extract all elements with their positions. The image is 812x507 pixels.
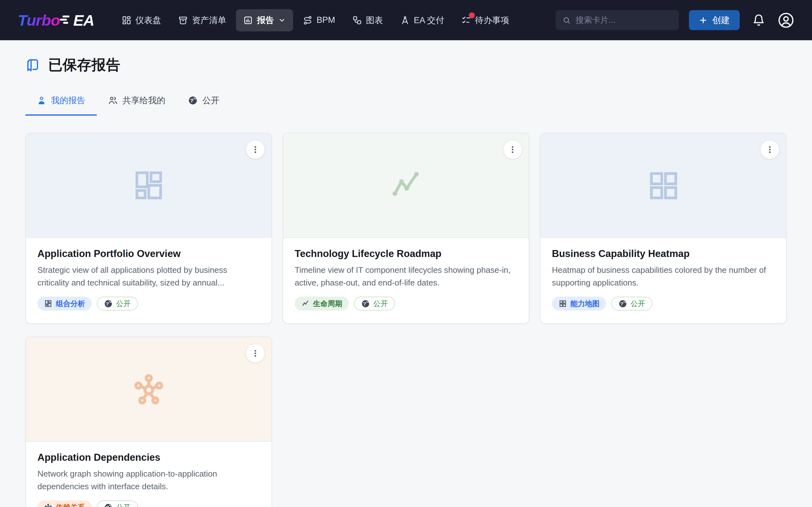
visibility-badge: 公开 — [97, 297, 138, 311]
kebab-menu-icon — [765, 145, 774, 154]
trend-line-icon — [301, 299, 310, 308]
nav-item-dashboard[interactable]: 仪表盘 — [114, 9, 168, 32]
nav-label: EA 交付 — [414, 14, 444, 26]
plus-icon — [699, 16, 708, 25]
globe-icon — [361, 299, 370, 308]
dashboard-icon — [122, 15, 131, 25]
card-thumbnail — [26, 133, 271, 238]
network-hub-icon — [131, 372, 166, 407]
visibility-badge-label: 公开 — [116, 299, 131, 308]
card-body: Business Capability Heatmap Heatmap of b… — [541, 238, 786, 323]
visibility-badge-label: 公开 — [116, 503, 131, 507]
report-card-technology-lifecycle-roadmap[interactable]: Technology Lifecycle Roadmap Timeline vi… — [283, 133, 529, 324]
nav-item-charts[interactable]: 图表 — [345, 9, 391, 32]
layout-grid-icon — [131, 168, 166, 203]
user-icon — [37, 96, 46, 105]
top-navbar: Turbo EA 仪表盘 资产清单 报告 BPM — [0, 0, 812, 40]
card-menu-button[interactable] — [246, 140, 264, 159]
kebab-menu-icon — [508, 145, 517, 154]
users-icon — [108, 96, 118, 105]
nav-label: 待办事项 — [475, 14, 509, 26]
type-badge: 能力地图 — [552, 297, 606, 311]
nav-label: BPM — [316, 15, 335, 25]
report-card-application-dependencies[interactable]: Application Dependencies Network graph s… — [26, 337, 272, 507]
card-title: Application Portfolio Overview — [38, 248, 260, 260]
globe-icon — [104, 503, 113, 507]
kebab-menu-icon — [251, 349, 260, 358]
nav-label: 仪表盘 — [136, 14, 161, 26]
chevron-down-icon — [278, 16, 286, 24]
page-title: 已保存报告 — [48, 55, 120, 74]
profile-button[interactable] — [778, 12, 794, 29]
tab-my-reports[interactable]: 我的报告 — [26, 90, 97, 116]
kebab-menu-icon — [251, 145, 260, 154]
visibility-badge-label: 公开 — [373, 299, 388, 308]
card-thumbnail — [26, 337, 271, 442]
visibility-badge: 公开 — [354, 297, 395, 311]
search-input[interactable] — [576, 15, 672, 25]
report-cards-grid: Application Portfolio Overview Strategic… — [26, 133, 786, 507]
brand-logo-ea: EA — [73, 11, 94, 29]
card-menu-button[interactable] — [761, 140, 779, 159]
visibility-badge: 公开 — [611, 297, 653, 311]
nav-item-bpm[interactable]: BPM — [296, 10, 343, 31]
tab-label: 共享给我的 — [122, 95, 165, 106]
visibility-badge: 公开 — [97, 500, 138, 507]
brand-logo[interactable]: Turbo EA — [18, 11, 94, 29]
tab-label: 我的报告 — [51, 95, 85, 106]
card-body: Application Dependencies Network graph s… — [26, 442, 271, 507]
network-hub-icon — [44, 503, 52, 507]
card-badges: 生命周期 公开 — [295, 297, 517, 311]
card-badges: 依赖关系 公开 — [38, 500, 260, 507]
bell-icon — [752, 14, 765, 26]
page-header: 已保存报告 — [26, 55, 786, 74]
create-button[interactable]: 创建 — [689, 10, 740, 30]
visibility-badge-label: 公开 — [630, 299, 645, 308]
report-card-application-portfolio-overview[interactable]: Application Portfolio Overview Strategic… — [26, 133, 272, 324]
main-nav: 仪表盘 资产清单 报告 BPM 图表 EA 交付 待办事项 — [114, 9, 517, 32]
nav-item-todo[interactable]: 待办事项 — [454, 9, 517, 32]
card-thumbnail — [283, 133, 529, 238]
report-card-business-capability-heatmap[interactable]: Business Capability Heatmap Heatmap of b… — [540, 133, 786, 324]
nav-item-ea-delivery[interactable]: EA 交付 — [393, 9, 452, 32]
search-icon — [563, 16, 571, 25]
workflow-route-icon — [303, 15, 312, 25]
type-badge-label: 组合分析 — [56, 299, 85, 308]
card-thumbnail — [541, 133, 786, 238]
globe-icon — [188, 96, 198, 105]
todo-notification-dot — [469, 12, 475, 18]
card-badges: 能力地图 公开 — [552, 297, 774, 311]
nav-item-inventory[interactable]: 资产清单 — [171, 9, 234, 32]
notifications-button[interactable] — [752, 14, 765, 26]
trend-line-icon — [388, 168, 424, 203]
card-body: Application Portfolio Overview Strategic… — [26, 238, 271, 323]
type-badge: 生命周期 — [295, 297, 349, 311]
tab-bar: 我的报告 共享给我的 公开 — [26, 90, 786, 116]
tab-public[interactable]: 公开 — [177, 90, 231, 116]
drafting-compass-icon — [400, 15, 410, 25]
card-menu-button[interactable] — [246, 344, 264, 362]
card-description: Network graph showing application-to-app… — [38, 468, 260, 493]
type-badge-label: 生命周期 — [313, 299, 342, 308]
tab-shared-with-me[interactable]: 共享给我的 — [97, 90, 177, 116]
nav-item-reports[interactable]: 报告 — [236, 9, 293, 32]
card-description: Timeline view of IT component lifecycles… — [295, 264, 517, 289]
type-badge-label: 依赖关系 — [56, 503, 85, 507]
archive-icon — [178, 15, 188, 25]
hierarchy-icon — [352, 15, 362, 25]
user-circle-icon — [778, 12, 794, 29]
type-badge: 依赖关系 — [38, 500, 92, 507]
create-button-label: 创建 — [712, 14, 730, 26]
type-badge-label: 能力地图 — [570, 299, 600, 308]
nav-label: 资产清单 — [192, 14, 226, 26]
speed-lines-icon — [59, 14, 72, 25]
card-menu-button[interactable] — [503, 140, 522, 159]
card-badges: 组合分析 公开 — [38, 297, 260, 311]
search-box[interactable] — [556, 10, 679, 30]
bookmark-icon — [26, 57, 41, 72]
type-badge: 组合分析 — [38, 297, 92, 311]
layout-grid-icon — [559, 299, 567, 308]
globe-icon — [618, 299, 627, 308]
card-description: Strategic view of all applications plott… — [38, 264, 260, 289]
card-title: Business Capability Heatmap — [552, 248, 774, 260]
